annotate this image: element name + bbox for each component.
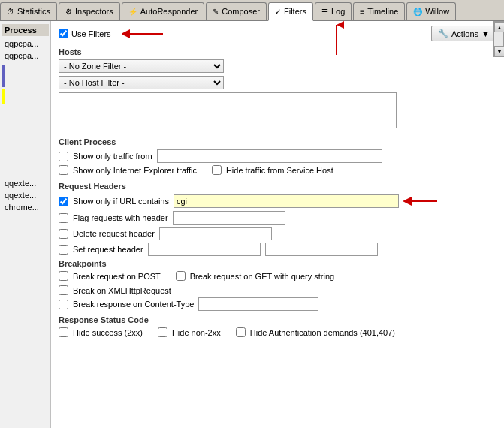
break-content-row: Break response on Content-Type [59,297,496,311]
url-contains-row: Show only if URL contains [59,194,496,209]
flag-header-checkbox[interactable] [59,213,68,223]
tab-inspectors[interactable]: ⚙ Inspectors [59,2,120,20]
hide-non2xx-label: Hide non-2xx [172,328,221,337]
set-header-label: Set request header [73,245,143,254]
ie-traffic-row: Show only Internet Explorer traffic Hide… [59,165,496,177]
list-item[interactable]: qqpcpa... [2,50,49,62]
scrollbar-track: ▲ ▼ [493,21,504,57]
zone-filter-select[interactable]: - No Zone Filter - [59,59,224,73]
filters-icon: ✓ [275,8,281,16]
hosts-label: Hosts [59,47,496,56]
set-header-value-input[interactable] [265,243,378,256]
delete-header-label: Delete request header [73,229,155,238]
flag-header-label: Flag requests with header [73,213,168,222]
set-header-row: Set request header [59,243,496,256]
url-contains-label: Show only if URL contains [73,197,169,206]
actions-icon: 🔧 [438,29,448,38]
break-post-label: Break request on POST [73,272,161,281]
use-filters-checkbox[interactable] [59,29,68,38]
left-panel: Process qqpcpa... qqpcpa... qqexte... qq… [0,21,51,428]
ie-traffic-label: Show only Internet Explorer traffic [73,166,197,175]
tab-autoresponder[interactable]: ⚡ AutoResponder [122,2,204,20]
delete-header-checkbox[interactable] [59,229,68,239]
break-xml-label: Break on XMLHttpRequest [73,286,171,295]
url-contains-checkbox[interactable] [59,197,68,206]
show-traffic-checkbox[interactable] [59,152,68,161]
traffic-from-input[interactable] [157,149,382,163]
tab-statistics[interactable]: ⏱ Statistics [0,2,57,20]
tab-log[interactable]: ☰ Log [315,2,352,20]
request-headers-label: Request Headers [59,182,496,191]
tab-composer[interactable]: ✎ Composer [206,2,267,20]
autoresponder-icon: ⚡ [128,8,137,16]
delete-header-input[interactable] [159,227,272,240]
use-filters-row: Use Filters [59,26,167,41]
tab-willow[interactable]: 🌐 Willow [406,2,456,20]
hosts-textarea-container: ▲ ▼ [59,92,496,133]
process-header: Process [2,24,49,36]
hide-non2xx-checkbox[interactable] [158,327,167,337]
list-item[interactable]: qqexte... [2,177,49,189]
set-header-checkbox[interactable] [59,245,68,255]
client-process-label: Client Process [59,137,496,146]
statistics-icon: ⏱ [7,8,14,16]
break-content-checkbox[interactable] [59,300,68,309]
inspectors-icon: ⚙ [65,8,72,16]
tab-bar: ⏱ Statistics ⚙ Inspectors ⚡ AutoResponde… [0,0,504,21]
hosts-textarea[interactable] [59,92,397,128]
break-xml-row: Break on XMLHttpRequest [59,285,496,295]
break-get-label: Break request on GET with query string [190,272,334,281]
timeline-icon: ≡ [360,8,364,16]
break-post-checkbox[interactable] [59,271,68,281]
scroll-down-button[interactable]: ▼ [494,46,504,56]
filters-panel: Use Filters 🔧 Actions ▼ [51,21,504,428]
list-item[interactable]: qqexte... [2,189,49,201]
delete-header-row: Delete request header [59,227,496,240]
hide-service-host-checkbox[interactable] [212,165,222,175]
content-area: Process qqpcpa... qqpcpa... qqexte... qq… [0,21,504,428]
break-post-row: Break request on POST Break request on G… [59,271,496,283]
actions-button[interactable]: 🔧 Actions ▼ [431,26,496,41]
main-container: ⏱ Statistics ⚙ Inspectors ⚡ AutoResponde… [0,0,504,428]
composer-icon: ✎ [213,8,219,16]
show-traffic-label: Show only traffic from [73,152,152,161]
break-content-input[interactable] [198,297,318,311]
break-xml-checkbox[interactable] [59,285,68,295]
host-filter-row: - No Host Filter - [59,76,496,89]
zone-filter-row: - No Zone Filter - [59,59,496,73]
hide-auth-label: Hide Authentication demands (401,407) [250,328,395,337]
actions-dropdown-icon: ▼ [481,29,490,38]
hide-2xx-label: Hide success (2xx) [73,328,143,337]
willow-icon: 🌐 [413,8,422,16]
log-icon: ☰ [321,8,328,16]
response-status-row: Hide success (2xx) Hide non-2xx Hide Aut… [59,327,496,339]
break-get-checkbox[interactable] [176,271,186,281]
set-header-name-input[interactable] [148,243,261,256]
arrow-annotation-3 [403,194,441,209]
break-content-label: Break response on Content-Type [73,300,194,309]
list-item[interactable]: qqpcpa... [2,38,49,50]
tab-filters[interactable]: ✓ Filters [268,2,313,21]
scroll-up-button[interactable]: ▲ [494,22,504,32]
flag-header-input[interactable] [173,211,285,225]
url-contains-input[interactable] [174,194,399,208]
response-status-label: Response Status Code [59,315,496,324]
ie-traffic-checkbox[interactable] [59,165,68,175]
host-filter-select[interactable]: - No Host Filter - [59,76,224,89]
hide-2xx-checkbox[interactable] [59,327,68,337]
filter-header-row: Use Filters 🔧 Actions ▼ [59,26,496,41]
hide-auth-checkbox[interactable] [236,327,246,337]
use-filters-label: Use Filters [71,29,111,38]
hide-service-host-label: Hide traffic from Service Host [226,166,333,175]
breakpoints-label: Breakpoints [59,259,496,268]
flag-header-row: Flag requests with header [59,211,496,225]
tab-timeline[interactable]: ≡ Timeline [353,2,405,20]
show-traffic-row: Show only traffic from [59,149,496,163]
arrow-annotation-1 [122,26,167,41]
list-item[interactable]: chrome... [2,201,49,213]
